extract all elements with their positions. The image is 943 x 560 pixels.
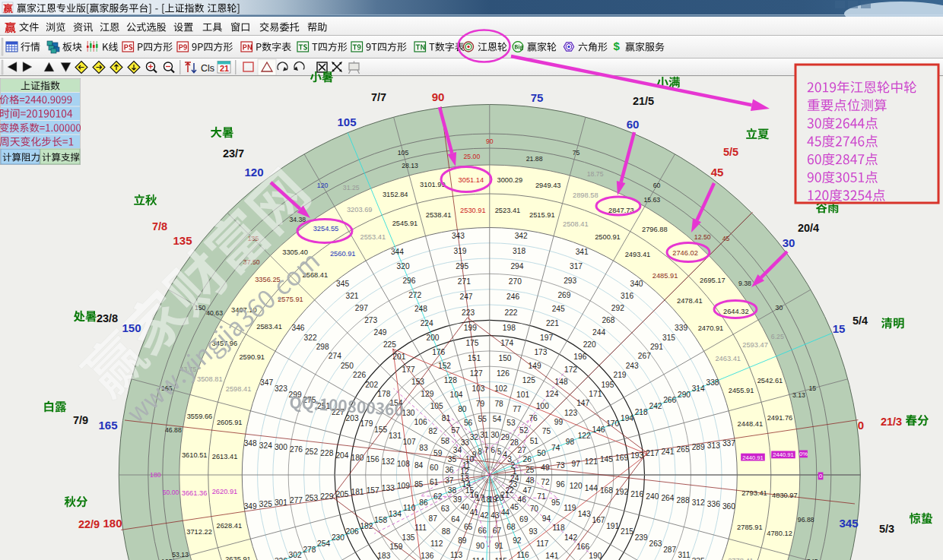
svg-text:45: 45 — [722, 235, 730, 242]
svg-text:341: 341 — [576, 248, 589, 256]
svg-text:53.13: 53.13 — [172, 551, 189, 558]
svg-text:150: 150 — [499, 354, 512, 362]
svg-text:167: 167 — [592, 516, 605, 524]
svg-text:23/7: 23/7 — [223, 147, 244, 160]
svg-text:49: 49 — [541, 464, 550, 472]
svg-text:105: 105 — [398, 149, 409, 157]
svg-text:7/8: 7/8 — [152, 220, 167, 233]
svg-text:48: 48 — [525, 476, 535, 485]
svg-text:110: 110 — [403, 504, 416, 512]
svg-text:123: 123 — [564, 409, 577, 417]
svg-text:346: 346 — [292, 324, 305, 332]
svg-text:158: 158 — [374, 516, 387, 524]
svg-text:90: 90 — [476, 542, 485, 550]
svg-text:265: 265 — [677, 445, 690, 454]
svg-text:206: 206 — [346, 527, 359, 536]
svg-text:360: 360 — [722, 502, 735, 511]
svg-text:348: 348 — [244, 439, 257, 448]
svg-text:21/3: 21/3 — [881, 416, 902, 428]
svg-text:132: 132 — [382, 457, 395, 466]
svg-text:107: 107 — [403, 438, 416, 446]
svg-text:2478.41: 2478.41 — [677, 297, 703, 305]
svg-text:21: 21 — [220, 64, 229, 73]
svg-text:169: 169 — [615, 454, 628, 462]
svg-text:168: 168 — [600, 486, 613, 495]
svg-text:129: 129 — [421, 390, 433, 398]
svg-text:90: 90 — [432, 90, 445, 103]
svg-text:97: 97 — [572, 460, 581, 468]
svg-text:314: 314 — [692, 384, 705, 393]
svg-text:89: 89 — [458, 536, 467, 545]
svg-text:336: 336 — [707, 500, 720, 508]
svg-text:56: 56 — [464, 419, 473, 427]
svg-text:293: 293 — [564, 277, 576, 285]
svg-text:126: 126 — [497, 369, 510, 378]
svg-text:79: 79 — [476, 400, 485, 408]
svg-text:3712.22: 3712.22 — [186, 528, 212, 536]
svg-text:2463.41: 2463.41 — [715, 355, 741, 362]
svg-text:292: 292 — [611, 304, 624, 312]
svg-text:0: 0 — [819, 473, 822, 479]
svg-text:224: 224 — [421, 319, 433, 327]
svg-text:195: 195 — [601, 381, 614, 389]
svg-text:2635.91: 2635.91 — [225, 555, 251, 560]
svg-text:198: 198 — [503, 324, 516, 332]
svg-text:31.25: 31.25 — [343, 184, 360, 191]
svg-text:81: 81 — [442, 414, 451, 422]
svg-text:2538.41: 2538.41 — [426, 211, 452, 219]
svg-text:60: 60 — [430, 464, 439, 472]
svg-text:254: 254 — [317, 539, 330, 548]
svg-text:105: 105 — [430, 402, 443, 410]
svg-text:135: 135 — [402, 533, 415, 542]
svg-text:196: 196 — [573, 353, 586, 361]
svg-text:2746.02: 2746.02 — [672, 249, 698, 257]
svg-text:345: 345 — [839, 517, 858, 530]
svg-text:64: 64 — [451, 515, 460, 524]
svg-text:120: 120 — [317, 182, 329, 189]
svg-text:345: 345 — [336, 280, 349, 288]
svg-text:2590.91: 2590.91 — [239, 353, 265, 361]
svg-text:62: 62 — [433, 492, 443, 501]
svg-text:3: 3 — [507, 455, 512, 464]
svg-text:15: 15 — [808, 384, 816, 392]
svg-text:104: 104 — [450, 391, 463, 399]
svg-text:4780.12: 4780.12 — [767, 530, 792, 537]
svg-text:3356.25: 3356.25 — [255, 276, 281, 283]
svg-text:95: 95 — [551, 498, 560, 507]
svg-text:52: 52 — [519, 426, 529, 435]
svg-text:287: 287 — [663, 546, 676, 554]
svg-text:3305.40: 3305.40 — [282, 248, 308, 256]
svg-text:324: 324 — [259, 441, 272, 450]
svg-text:253: 253 — [305, 494, 318, 502]
svg-text:112: 112 — [430, 539, 443, 548]
svg-text:240: 240 — [646, 492, 659, 501]
svg-text:2553.41: 2553.41 — [360, 233, 386, 241]
svg-text:5/5: 5/5 — [723, 146, 738, 158]
svg-text:180: 180 — [150, 471, 161, 479]
svg-text:6: 6 — [491, 446, 495, 454]
svg-text:155: 155 — [374, 426, 387, 434]
svg-text:318: 318 — [513, 247, 525, 255]
svg-text:128: 128 — [444, 376, 457, 384]
svg-text:249: 249 — [374, 328, 387, 337]
svg-text:3152.84: 3152.84 — [383, 191, 408, 198]
svg-text:269: 269 — [557, 291, 570, 299]
svg-text:31: 31 — [480, 431, 489, 439]
svg-text:54: 54 — [493, 415, 502, 423]
svg-text:42: 42 — [480, 511, 489, 520]
svg-text:339: 339 — [675, 324, 687, 332]
svg-text:218: 218 — [635, 408, 648, 416]
svg-text:3661.36: 3661.36 — [182, 489, 208, 497]
svg-text:175: 175 — [465, 339, 478, 347]
svg-text:98: 98 — [566, 438, 575, 446]
svg-text:268: 268 — [602, 316, 614, 324]
svg-text:68: 68 — [506, 523, 516, 531]
svg-text:67: 67 — [493, 527, 502, 535]
svg-text:248: 248 — [414, 305, 427, 313]
svg-text:192: 192 — [615, 488, 628, 496]
svg-text:226: 226 — [353, 371, 366, 379]
svg-text:122: 122 — [578, 432, 591, 440]
svg-text:312: 312 — [692, 498, 705, 507]
svg-text:227: 227 — [332, 408, 344, 416]
svg-text:125: 125 — [522, 376, 535, 384]
